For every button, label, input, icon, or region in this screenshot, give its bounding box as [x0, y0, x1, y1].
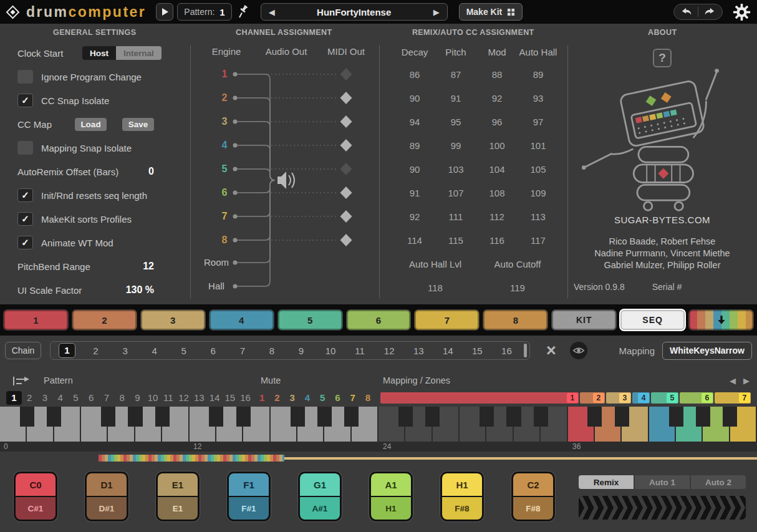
settings-gear-button[interactable]: [733, 3, 751, 21]
zone-2[interactable]: 2: [580, 392, 605, 404]
cc-value[interactable]: 90: [394, 86, 435, 110]
website-link[interactable]: SUGAR-BYTES.COM: [567, 215, 757, 225]
chain-step[interactable]: 10: [316, 346, 345, 356]
cc-value[interactable]: 89: [394, 133, 435, 157]
cc-value[interactable]: 101: [518, 133, 559, 157]
auto-cutoff-cc-value[interactable]: 119: [476, 276, 559, 299]
cc-value[interactable]: 114: [394, 228, 435, 252]
chain-step[interactable]: 14: [433, 346, 463, 356]
cc-value[interactable]: 105: [518, 157, 559, 181]
channel-7-button[interactable]: 7: [415, 310, 479, 330]
black-key[interactable]: [425, 407, 440, 427]
kit-button[interactable]: KIT: [552, 310, 616, 330]
midi-out-diamond-4[interactable]: [340, 139, 352, 152]
black-key[interactable]: [480, 407, 494, 427]
black-key[interactable]: [398, 407, 413, 427]
chain-step[interactable]: 5: [169, 346, 198, 356]
cc-value[interactable]: 107: [435, 181, 476, 205]
zone-7[interactable]: 7: [715, 392, 751, 404]
cc-value[interactable]: 111: [435, 205, 476, 228]
pattern-step[interactable]: 11: [161, 391, 176, 405]
remix-mode-auto1[interactable]: Auto 1: [635, 475, 690, 489]
pattern-step[interactable]: 13: [191, 391, 207, 405]
cc-map-load-button[interactable]: Load: [75, 118, 107, 131]
cc-map-save-button[interactable]: Save: [122, 118, 154, 131]
clock-start-internal-option[interactable]: Internal: [116, 46, 162, 60]
cc-value[interactable]: 117: [518, 228, 559, 252]
channel-1-button[interactable]: 1: [4, 310, 68, 330]
zones-prev-button[interactable]: ◀: [730, 376, 736, 385]
chain-step[interactable]: 9: [286, 346, 316, 356]
pattern-step[interactable]: 9: [130, 391, 145, 405]
midi-out-diamond-1[interactable]: [340, 68, 352, 80]
chain-step[interactable]: 7: [228, 346, 257, 356]
makekit-sorts-checkbox[interactable]: ✓: [17, 212, 33, 226]
seq-button[interactable]: SEQ: [620, 310, 685, 330]
cc-value[interactable]: 91: [435, 86, 476, 110]
zone-4[interactable]: 4: [632, 392, 650, 404]
mute-channel-5[interactable]: 5: [315, 391, 330, 405]
cc-value[interactable]: 89: [518, 62, 559, 86]
redo-button[interactable]: [702, 6, 717, 17]
preset-next-button[interactable]: ▶: [433, 7, 440, 17]
channel-5-button[interactable]: 5: [278, 310, 342, 330]
chain-step[interactable]: 3: [110, 346, 140, 356]
remix-mode-auto2[interactable]: Auto 2: [691, 475, 746, 489]
serial-field[interactable]: Serial #: [652, 282, 682, 292]
init-rnd-resets-checkbox[interactable]: ✓: [17, 188, 33, 202]
pattern-step[interactable]: 6: [84, 391, 99, 405]
black-key[interactable]: [209, 407, 223, 427]
zone-6[interactable]: 6: [680, 392, 713, 404]
animate-wt-mod-checkbox[interactable]: ✓: [17, 236, 33, 249]
cc-value[interactable]: 108: [476, 181, 518, 205]
cc-value[interactable]: 99: [435, 133, 476, 157]
preset-name[interactable]: HunFortyIntense: [317, 7, 391, 17]
cc-value[interactable]: 109: [518, 181, 559, 205]
chain-button[interactable]: Chain: [5, 342, 41, 359]
pattern-step[interactable]: 5: [68, 391, 84, 405]
channel-4-button[interactable]: 4: [210, 310, 274, 330]
chain-step[interactable]: 1: [59, 343, 75, 358]
cc-value[interactable]: 92: [394, 205, 435, 228]
remix-mode-remix[interactable]: Remix: [579, 475, 634, 489]
clear-chain-button[interactable]: ×: [546, 342, 556, 359]
pin-icon[interactable]: [237, 5, 249, 19]
midi-out-diamond-6[interactable]: [340, 186, 352, 199]
speaker-icon[interactable]: [277, 172, 286, 189]
channel-6-button[interactable]: 6: [347, 310, 411, 330]
pad-2[interactable]: D1 D#1: [85, 472, 128, 521]
pad-7[interactable]: H1 F#8: [440, 472, 484, 521]
midi-out-diamond-7[interactable]: [340, 210, 352, 223]
cc-value[interactable]: 92: [476, 86, 518, 110]
zone-5[interactable]: 5: [651, 392, 678, 404]
cc-value[interactable]: 112: [476, 205, 518, 228]
black-key[interactable]: [291, 407, 305, 427]
pattern-value[interactable]: 1: [219, 7, 224, 17]
black-key[interactable]: [723, 407, 737, 427]
mute-channel-7[interactable]: 7: [345, 391, 360, 405]
chain-step[interactable]: 15: [463, 346, 492, 356]
pattern-step[interactable]: 4: [52, 391, 68, 405]
mute-channel-3[interactable]: 3: [285, 391, 300, 405]
pad-8[interactable]: C2 F#8: [511, 472, 555, 521]
cc-value[interactable]: 86: [394, 62, 435, 86]
auto-hall-lvl-cc-value[interactable]: 118: [394, 276, 476, 299]
play-button[interactable]: [156, 3, 173, 21]
black-key[interactable]: [506, 407, 521, 427]
channel-8-button[interactable]: 8: [483, 310, 547, 330]
cc-snap-isolate-checkbox[interactable]: ✓: [17, 94, 33, 107]
midi-out-diamond-5[interactable]: [340, 163, 352, 175]
autoremix-offset-value[interactable]: 0: [148, 166, 154, 177]
pattern-step[interactable]: 3: [37, 391, 53, 405]
black-key[interactable]: [587, 407, 602, 427]
cc-value[interactable]: 87: [435, 62, 476, 86]
pattern-step[interactable]: 2: [22, 391, 37, 405]
pattern-chain-icon[interactable]: [12, 375, 31, 387]
pad-3[interactable]: E1 E1: [156, 472, 200, 521]
download-kit-button[interactable]: [689, 310, 753, 330]
cc-value[interactable]: 90: [394, 157, 435, 181]
mapping-mode-select[interactable]: WhiteKeysNarrow: [662, 342, 752, 360]
chain-scroll-handle[interactable]: [524, 344, 527, 357]
black-key[interactable]: [47, 407, 61, 427]
midi-out-diamond-2[interactable]: [340, 92, 352, 104]
